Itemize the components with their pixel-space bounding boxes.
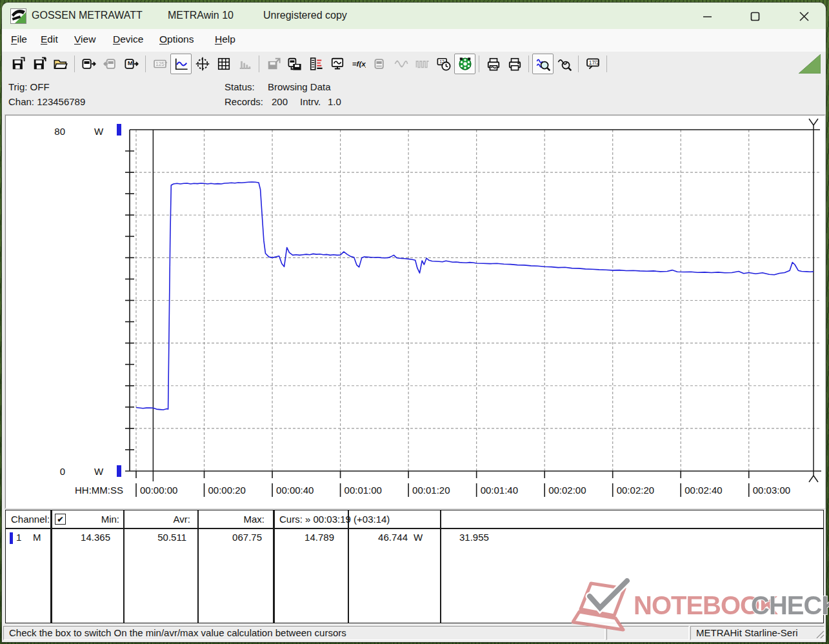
gauge-view-button[interactable] [454, 54, 475, 74]
device-config-button [369, 54, 390, 74]
write-device-button [99, 54, 121, 74]
data-table-button[interactable] [213, 54, 234, 74]
menu-item-options[interactable]: Options [159, 34, 194, 45]
row-channel-mode: M [33, 532, 41, 543]
maximize-button[interactable] [741, 6, 768, 26]
device-to-file-button[interactable] [284, 54, 305, 74]
device-config-icon [373, 57, 387, 71]
svg-text:17/2: 17/2 [588, 60, 599, 66]
data-table-icon [217, 57, 231, 71]
interval-label: Intrv. [300, 96, 321, 107]
menu-item-edit[interactable]: Edit [41, 34, 58, 45]
y-unit-label: W [94, 126, 104, 137]
xy-chart-icon [195, 57, 210, 71]
formula-icon: =f(x) [352, 57, 366, 71]
menu-item-file[interactable]: File [11, 34, 27, 45]
online-display-button[interactable] [326, 54, 348, 74]
annotation-button[interactable]: 17/2 [582, 54, 603, 74]
statusbar-empty-pane [606, 626, 689, 640]
cursor2-bottom-handle[interactable] [809, 476, 814, 482]
power-line-chart: 00:00:0000:00:2000:00:4000:01:0000:01:20… [6, 116, 823, 507]
open-folder-icon [54, 57, 68, 71]
menu-item-device[interactable]: Device [113, 34, 143, 45]
x-tick-label: 00:02:20 [617, 485, 654, 496]
analog-output-button [390, 54, 412, 74]
zoom-mode-icon [536, 57, 550, 71]
channel-setup-icon [309, 57, 323, 71]
measurement-table: Channel: ✔ Min: Avr: Max: Curs: » 00:03:… [5, 510, 824, 623]
app-window: GOSSEN METRAWATT METRAwin 10 Unregistere… [2, 3, 826, 642]
open-folder-button[interactable] [50, 54, 71, 74]
save-file-button[interactable] [7, 54, 28, 74]
close-button[interactable] [790, 6, 817, 26]
toolbar-separator [528, 55, 529, 72]
y-max-label: 80 [54, 126, 65, 137]
cursor2-top-handle[interactable] [809, 119, 814, 125]
histogram-icon [238, 57, 252, 71]
resize-grip[interactable] [814, 629, 824, 641]
chart-panel: 00:00:0000:00:2000:00:4000:01:0000:01:20… [5, 115, 825, 508]
minmax-checkbox[interactable]: ✔ [55, 514, 66, 525]
cursor2-bottom-handle[interactable] [814, 476, 818, 482]
title-bar: GOSSEN METRAWATT METRAwin 10 Unregistere… [2, 3, 826, 29]
pulse-output-icon [415, 57, 430, 71]
channel-range-marker [117, 465, 121, 477]
x-tick-label: 00:01:40 [481, 485, 518, 496]
toolbar-separator [479, 55, 479, 72]
zoom-out-icon [557, 57, 572, 71]
save-as-button[interactable] [28, 54, 50, 74]
row-avr-value: 50.511 [125, 532, 186, 543]
channel-list: Chan: 123456789 [8, 96, 85, 107]
desktop: { "window": { "brand": "GOSSEN METRAWATT… [0, 0, 829, 644]
metrawin-corner-decoration [799, 54, 821, 76]
line-chart-button[interactable] [170, 54, 192, 74]
row-min-value: 14.365 [52, 532, 110, 543]
gauge-view-icon [458, 57, 472, 71]
title-app-name: METRAwin 10 [168, 10, 234, 21]
toolbar-separator [606, 55, 607, 72]
online-display-icon [330, 57, 345, 71]
read-memory-button[interactable]: M [121, 54, 142, 74]
x-tick-label: 00:00:40 [276, 485, 314, 496]
save-as-icon [32, 57, 46, 71]
header-channel: Channel: [11, 514, 50, 525]
title-brand: GOSSEN METRAWATT [32, 10, 143, 21]
header-avr: Avr: [126, 514, 190, 525]
save-file-icon [11, 57, 25, 71]
cursor2-top-handle[interactable] [814, 119, 818, 125]
x-tick-label: 00:00:00 [140, 485, 177, 496]
toolbar-separator [74, 55, 75, 72]
records-label: Records: [225, 96, 263, 107]
xy-chart-button[interactable] [192, 54, 213, 74]
toolbar: M1257=f(x)1217/2 [2, 52, 826, 75]
header-max: Max: [200, 514, 265, 525]
status-value: Browsing Data [268, 81, 331, 92]
read-device-button[interactable] [78, 54, 99, 74]
formula-button[interactable]: =f(x) [348, 54, 369, 74]
power-curve-channel1 [136, 182, 814, 410]
print-preview-icon [486, 57, 501, 71]
read-device-icon [82, 57, 96, 71]
minimize-button[interactable] [694, 6, 721, 26]
svg-text:=f(x): =f(x) [352, 59, 365, 68]
print-icon [508, 57, 522, 71]
time-setup-button[interactable]: 12 [433, 54, 454, 74]
channel-setup-button[interactable] [305, 54, 326, 74]
read-memory-icon: M [125, 57, 139, 71]
menu-item-view[interactable]: View [74, 34, 95, 45]
toolbar-separator [259, 55, 259, 72]
zoom-out-button[interactable] [554, 54, 575, 74]
print-preview-button[interactable] [483, 54, 504, 74]
line-chart-icon [174, 57, 188, 71]
status-label: Status: [225, 81, 255, 92]
acquisition-info: Trig: OFF Chan: 123456789 Status: Browsi… [2, 75, 826, 116]
table-header-divider [6, 528, 823, 529]
print-button[interactable] [504, 54, 525, 74]
svg-text:M: M [127, 59, 132, 66]
status-bar: Check the box to switch On the min/avr/m… [2, 625, 826, 642]
annotation-icon: 17/2 [586, 57, 600, 71]
zoom-mode-button[interactable] [532, 54, 554, 74]
x-tick-label: 00:02:40 [684, 485, 722, 496]
menu-item-help[interactable]: Help [215, 34, 235, 45]
row-max-value: 067.75 [199, 532, 262, 543]
